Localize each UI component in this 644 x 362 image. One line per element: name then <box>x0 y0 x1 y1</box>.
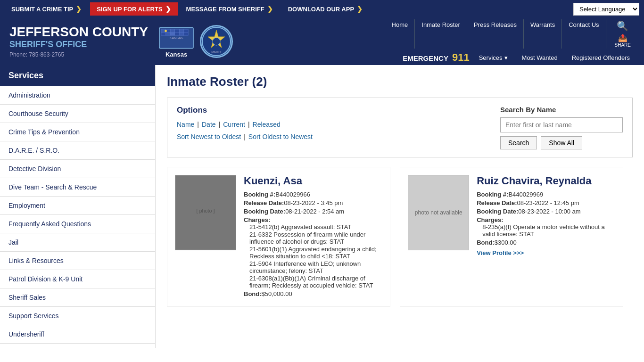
nav-press-releases[interactable]: Press Releases <box>467 19 524 49</box>
sidebar-item-undersheriff[interactable]: Undersheriff <box>0 325 155 344</box>
download-btn[interactable]: Download Our APP ❯ <box>281 2 369 16</box>
filter-links: Name | Date | Current | Released <box>177 121 481 128</box>
svg-rect-7 <box>184 30 189 33</box>
filter-date[interactable]: Date <box>202 121 216 128</box>
nav-warrants[interactable]: Warrants <box>524 19 562 49</box>
options-title: Options <box>177 106 481 115</box>
alerts-arrow: ❯ <box>165 5 171 13</box>
svg-rect-8 <box>161 33 166 35</box>
sidebar-item-support[interactable]: Support Services <box>0 307 155 325</box>
sidebar-item-crime-tips[interactable]: Crime Tips & Prevention <box>0 123 155 141</box>
services-dropdown[interactable]: Services ▾ <box>474 52 512 63</box>
sidebar-item-sheriff-sales[interactable]: Sheriff Sales <box>0 288 155 307</box>
bottom-nav: EMERGENCY 911 Services ▾ Most Wanted Reg… <box>403 51 635 64</box>
share-label: SHARE <box>615 42 631 48</box>
booking-num-kuenzi: Booking #:B440029966 <box>244 191 382 198</box>
language-select[interactable]: Select Language <box>573 3 639 16</box>
nav-registered-offenders[interactable]: Registered Offenders <box>567 52 635 63</box>
share-button[interactable]: 📤 SHARE <box>611 33 635 49</box>
photo-not-available-label: photo not available <box>415 209 462 216</box>
sidebar-item-patrol[interactable]: Patrol Division & K-9 Unit <box>0 270 155 288</box>
sort-links: Sort Newest to Oldest | Sort Oldest to N… <box>177 133 481 140</box>
kansas-map-icon: KANSAS <box>157 25 195 51</box>
search-input[interactable] <box>500 117 623 132</box>
filter-released[interactable]: Released <box>253 121 281 128</box>
logo-block: JEFFERSON COUNTY SHERIFF'S OFFICE Phone:… <box>9 25 148 58</box>
svg-point-17 <box>213 38 220 45</box>
inmate-photo-kuenzi: [ photo ] <box>175 175 236 250</box>
sort-oldest[interactable]: Sort Oldest to Newest <box>248 133 313 140</box>
sidebar-item-dive-team[interactable]: Dive Team - Search & Rescue <box>0 178 155 197</box>
top-bar: SUBMIT A CRIME TIP ❯ SIGN UP FOR ALERTS … <box>0 0 644 18</box>
filter-name[interactable]: Name <box>177 121 194 128</box>
header-nav: Home Inmate Roster Press Releases Warran… <box>385 19 635 64</box>
alerts-btn[interactable]: SIGN UP FOR ALERTS ❯ <box>90 2 177 16</box>
page-title: Inmate Roster (2) <box>167 74 633 89</box>
svg-text:[ photo ]: [ photo ] <box>196 208 215 214</box>
sidebar-item-courthouse-security[interactable]: Courthouse Security <box>0 105 155 123</box>
office-name: SHERIFF'S OFFICE <box>9 40 148 49</box>
message-btn[interactable]: Message From SHERIFF ❯ <box>180 2 280 16</box>
nav-home[interactable]: Home <box>385 19 415 49</box>
nav-contact-us[interactable]: Contact Us <box>562 19 606 49</box>
view-profile-ruiz[interactable]: View Profile >>> <box>477 249 524 256</box>
state-label: Kansas <box>165 51 187 58</box>
alerts-label: SIGN UP FOR ALERTS <box>97 6 162 13</box>
inmate-photo-ruiz: photo not available <box>408 175 469 250</box>
options-box: Options Name | Date | Current | Released… <box>167 98 633 157</box>
sidebar: Services Administration Courthouse Secur… <box>0 65 156 348</box>
bond-ruiz: Bond:$300.00 <box>477 239 615 246</box>
download-arrow: ❯ <box>357 5 363 13</box>
search-button[interactable]: Search <box>500 136 537 149</box>
charges-list-kuenzi: 21-5412(b) Aggravated assault: STAT 21-6… <box>244 223 382 289</box>
svg-rect-6 <box>179 30 184 33</box>
options-panel: Options Name | Date | Current | Released… <box>177 106 481 140</box>
svg-rect-5 <box>175 30 180 33</box>
svg-rect-10 <box>170 33 175 35</box>
site-header: JEFFERSON COUNTY SHERIFF'S OFFICE Phone:… <box>0 18 644 65</box>
booking-date-ruiz: Booking Date:08-23-2022 - 10:00 am <box>477 208 615 215</box>
svg-rect-9 <box>166 33 171 35</box>
sidebar-item-detective[interactable]: Detective Division <box>0 160 155 178</box>
search-panel: Search By Name Search Show All <box>500 106 623 149</box>
svg-rect-11 <box>175 33 180 35</box>
sidebar-item-employment[interactable]: Employment <box>0 197 155 215</box>
message-label: Message From SHERIFF <box>186 6 264 13</box>
sidebar-item-dare[interactable]: D.A.R.E. / S.R.O. <box>0 141 155 160</box>
download-label: Download Our APP <box>288 6 354 13</box>
message-arrow: ❯ <box>267 5 273 13</box>
sidebar-item-jail[interactable]: Jail <box>0 233 155 252</box>
release-date-ruiz: Release Date:08-23-2022 - 12:45 pm <box>477 199 615 206</box>
booking-num-ruiz: Booking #:B440029969 <box>477 191 615 198</box>
sort-newest[interactable]: Sort Newest to Oldest <box>177 133 241 140</box>
svg-text:KANSAS: KANSAS <box>169 36 183 40</box>
crime-tip-arrow: ❯ <box>76 5 82 13</box>
top-nav: Home Inmate Roster Press Releases Warran… <box>385 19 635 49</box>
sidebar-title: Services <box>0 65 155 86</box>
search-title: Search By Name <box>500 106 623 114</box>
show-all-button[interactable]: Show All <box>541 136 582 149</box>
bond-kuenzi: Bond:$50,000.00 <box>244 290 382 297</box>
crime-tip-label: SUBMIT A CRIME TIP <box>11 6 73 13</box>
charges-list-ruiz: 8-235(a)(f) Operate a motor vehicle with… <box>477 223 615 238</box>
svg-rect-4 <box>170 30 175 33</box>
filter-current[interactable]: Current <box>223 121 245 128</box>
sidebar-item-administration[interactable]: Administration <box>0 86 155 105</box>
search-buttons: Search Show All <box>500 136 623 149</box>
chevron-down-icon: ▾ <box>504 54 508 61</box>
mugshot-kuenzi: [ photo ] <box>175 175 236 250</box>
inmate-info-kuenzi: Kuenzi, Asa Booking #:B440029966 Release… <box>244 175 382 299</box>
crime-tip-btn[interactable]: SUBMIT A CRIME TIP ❯ <box>5 2 88 16</box>
charges-ruiz: Charges: 8-235(a)(f) Operate a motor veh… <box>477 216 615 238</box>
inmates-grid: [ photo ] Kuenzi, Asa Booking #:B4400299… <box>167 167 633 307</box>
svg-text:SHERIFF: SHERIFF <box>211 50 221 53</box>
header-search-button[interactable]: 🔍 <box>613 19 632 33</box>
nav-most-wanted[interactable]: Most Wanted <box>517 52 562 63</box>
sidebar-item-faq[interactable]: Frequently Asked Questions <box>0 215 155 233</box>
phone-number: Phone: 785-863-2765 <box>9 51 148 58</box>
inmate-name-ruiz: Ruiz Chavira, Reynalda <box>477 175 615 187</box>
sidebar-item-links[interactable]: Links & Resources <box>0 252 155 270</box>
nav-inmate-roster[interactable]: Inmate Roster <box>415 19 467 49</box>
main-content: Inmate Roster (2) Options Name | Date | … <box>156 65 644 348</box>
emblems-block: KANSAS Kansas <box>157 25 233 58</box>
